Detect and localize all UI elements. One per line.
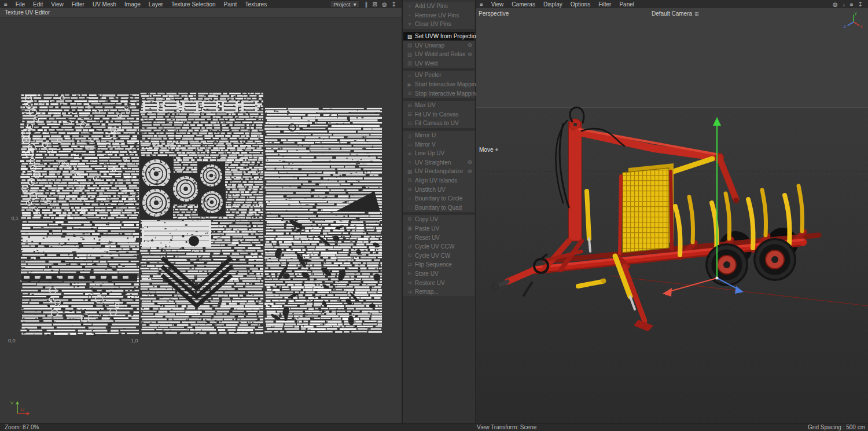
- command-label: UV Unwrap: [415, 42, 444, 49]
- command-label: UV Weld: [415, 60, 437, 67]
- command-item[interactable]: ▤ UV Unwrap ⚙: [403, 41, 475, 50]
- 3d-viewport-canvas[interactable]: y x z: [476, 8, 868, 423]
- command-label: Unstitch UV: [415, 187, 446, 193]
- 3d-viewport[interactable]: y x z Perspective Default Camera ⊞ Move …: [476, 8, 868, 423]
- command-label: Clear UV Pins: [415, 21, 451, 27]
- menu-item[interactable]: Filter: [594, 1, 615, 8]
- command-item[interactable]: ⧉ Align UV Islands: [403, 176, 475, 185]
- right-menu-items: ViewCamerasDisplayOptionsFilterPanel: [487, 1, 638, 8]
- menu-item[interactable]: UV Mesh: [89, 1, 120, 8]
- menu-item[interactable]: Textures: [241, 1, 271, 8]
- menu-item[interactable]: Cameras: [507, 1, 539, 8]
- menu-item[interactable]: Edit: [29, 1, 47, 8]
- camera-label-menu[interactable]: Default Camera ⊞: [652, 10, 699, 17]
- uv-editor-canvas-area[interactable]: 0,1 0,0 1,0 V U: [0, 17, 402, 423]
- menu-item[interactable]: Paint: [220, 1, 241, 8]
- command-item[interactable]: ⇄ Flip Sequence: [403, 260, 475, 269]
- command-icon: ✕: [406, 21, 414, 27]
- command-item[interactable]: ▱ UV Peeler: [403, 71, 475, 80]
- active-tool-hint: Move +: [479, 147, 498, 153]
- command-item[interactable]: ▭ Mirror V: [403, 140, 475, 149]
- import-icon[interactable]: ↧: [858, 1, 863, 8]
- uv-map-canvas[interactable]: [20, 93, 382, 336]
- command-item[interactable]: ⊲ Restore UV: [403, 278, 475, 287]
- menu-item[interactable]: View: [47, 1, 68, 8]
- menu-item[interactable]: File: [12, 1, 29, 8]
- command-item[interactable]: ≡ UV Straighten ⚙: [403, 158, 475, 167]
- download-icon[interactable]: ↓: [843, 1, 845, 8]
- menu-item[interactable]: Texture Selection: [167, 1, 220, 8]
- command-item[interactable]: + Add UV Pins: [403, 2, 475, 11]
- command-icon: ⇄: [406, 262, 414, 268]
- menu-item[interactable]: Layer: [145, 1, 167, 8]
- command-item[interactable]: − Remove UV Pins: [403, 11, 475, 20]
- uv-coord-label: 1,0: [131, 338, 138, 344]
- globe-icon[interactable]: ◍: [382, 1, 387, 8]
- render-icon[interactable]: ◍: [833, 1, 838, 8]
- gear-icon[interactable]: ⚙: [468, 169, 472, 174]
- command-icon: ▦: [406, 169, 414, 174]
- menu-icon[interactable]: ≡: [476, 1, 487, 8]
- command-item[interactable]: ⊡ Fit Canvas to UV: [403, 119, 475, 128]
- command-item[interactable]: ▦ UV Rectangularize ⚙: [403, 167, 475, 176]
- histogram-icon[interactable]: ∥: [365, 1, 367, 8]
- command-item[interactable]: ⊗ Unstitch UV: [403, 185, 475, 194]
- command-item[interactable]: ⊟ Fit UV to Canvas: [403, 110, 475, 119]
- command-icon: ⊘: [406, 90, 414, 96]
- command-label: Cycle UV CW: [415, 253, 450, 259]
- command-label: Reset UV: [415, 235, 440, 241]
- menu-item[interactable]: Options: [567, 1, 594, 8]
- command-item[interactable]: ↺ Cycle UV CCW: [403, 242, 475, 251]
- command-item[interactable]: ⊘ Stop Interactive Mapping: [403, 89, 475, 98]
- command-label: Store UV: [415, 271, 439, 277]
- command-item[interactable]: □ Boundary to Quad: [403, 203, 475, 212]
- command-label: Mirror V: [415, 141, 436, 148]
- menu-icon[interactable]: ≡: [0, 1, 12, 8]
- command-icon: ▥: [406, 60, 414, 66]
- command-icon: ⧉: [406, 216, 414, 222]
- command-icon: ▯: [406, 133, 414, 138]
- menu-icon[interactable]: ≡: [850, 1, 854, 8]
- command-item[interactable]: ↻ Cycle UV CW: [403, 251, 475, 260]
- command-icon: ↺: [406, 244, 414, 250]
- command-item[interactable]: ○ Boundary to Circle: [403, 194, 475, 203]
- gear-icon[interactable]: ⚙: [468, 42, 472, 48]
- menu-item[interactable]: Image: [120, 1, 145, 8]
- menu-item[interactable]: Filter: [68, 1, 89, 8]
- command-label: Boundary to Quad: [415, 204, 462, 211]
- v-axis-label: V: [10, 400, 14, 406]
- command-item[interactable]: ▧ UV Weld and Relax ⚙: [403, 50, 475, 59]
- view-label-menu[interactable]: Perspective: [479, 10, 509, 17]
- menu-item[interactable]: View: [487, 1, 508, 8]
- command-item[interactable]: ⇉ Remap...: [403, 287, 475, 297]
- command-item[interactable]: ⧉ Copy UV: [403, 215, 475, 224]
- command-label: Paste UV: [415, 225, 439, 232]
- project-dropdown[interactable]: Project ▾: [330, 1, 359, 8]
- command-icon: ▨: [406, 34, 414, 39]
- lock-icon[interactable]: ⊠: [372, 1, 377, 8]
- download-icon[interactable]: ↧: [392, 1, 396, 8]
- command-item[interactable]: ▨ Set UVW from Projection ⚙: [403, 32, 475, 41]
- command-icon: ▤: [406, 42, 414, 48]
- command-label: Boundary to Circle: [415, 195, 462, 202]
- gear-icon[interactable]: ⚙: [468, 52, 472, 57]
- command-icon: ≡: [406, 159, 414, 165]
- command-item[interactable]: ▶ Start Interactive Mapping: [403, 80, 475, 89]
- status-bar: Zoom: 87.0% View Transform: Scene Grid S…: [0, 423, 868, 431]
- move-tool-label: Move: [479, 147, 493, 153]
- right-toolbar-icons: ◍↓≡↧: [827, 1, 868, 8]
- command-icon: ▭: [406, 141, 414, 147]
- menu-item[interactable]: Panel: [615, 1, 638, 8]
- command-item[interactable]: ⊳ Store UV: [403, 269, 475, 279]
- project-label: Project: [333, 1, 351, 8]
- command-label: Fit Canvas to UV: [415, 120, 459, 126]
- command-item[interactable]: ✕ Clear UV Pins: [403, 20, 475, 29]
- command-item[interactable]: ⊞ Max UV: [403, 101, 475, 110]
- command-item[interactable]: ▥ UV Weld: [403, 59, 475, 68]
- command-item[interactable]: ▣ Paste UV: [403, 224, 475, 233]
- command-item[interactable]: ↺ Reset UV: [403, 233, 475, 242]
- menu-item[interactable]: Display: [539, 1, 567, 8]
- command-item[interactable]: ▯ Mirror U: [403, 131, 475, 140]
- gear-icon[interactable]: ⚙: [468, 159, 472, 165]
- command-item[interactable]: ≣ Line Up UV: [403, 149, 475, 158]
